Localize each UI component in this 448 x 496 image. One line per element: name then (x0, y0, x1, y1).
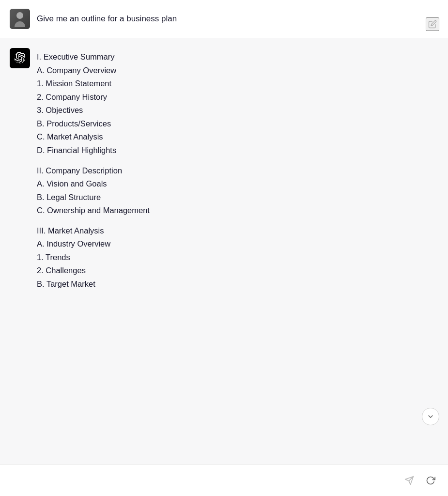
openai-logo-icon (14, 52, 26, 64)
outline-item: 3. Objectives (37, 104, 438, 117)
user-avatar (10, 9, 30, 29)
outline-item: B. Target Market (37, 278, 438, 291)
outline-spacer (37, 158, 438, 165)
send-icon (404, 476, 414, 485)
outline-item: II. Company Description (37, 165, 438, 177)
ai-response-section: I. Executive SummaryA. Company Overview1… (0, 38, 448, 464)
outline-item: 2. Challenges (37, 264, 438, 277)
outline-item: C. Market Analysis (37, 131, 438, 143)
outline-item: 1. Mission Statement (37, 78, 438, 90)
outline-item: 1. Trends (37, 251, 438, 264)
user-message-section: Give me an outline for a business plan (0, 0, 448, 38)
outline-item: D. Financial Highlights (37, 144, 438, 157)
ai-content: I. Executive SummaryA. Company Overview1… (37, 48, 438, 292)
edit-button[interactable] (426, 17, 439, 31)
send-button[interactable] (402, 473, 417, 488)
scroll-down-button[interactable] (422, 408, 439, 425)
outline-item: A. Industry Overview (37, 238, 438, 250)
outline-item: C. Ownership and Management (37, 204, 438, 217)
chat-input[interactable] (10, 476, 396, 484)
outline-item: III. Market Analysis (37, 225, 438, 237)
outline-spacer (37, 218, 438, 225)
outline-item: I. Executive Summary (37, 51, 438, 63)
ai-avatar (10, 48, 30, 68)
refresh-button[interactable] (423, 473, 438, 488)
edit-icon (428, 20, 437, 29)
outline-item: A. Vision and Goals (37, 178, 438, 190)
user-message-text: Give me an outline for a business plan (37, 9, 438, 25)
outline-item: 2. Company History (37, 91, 438, 104)
input-area (0, 464, 448, 496)
outline-item: B. Legal Structure (37, 191, 438, 204)
refresh-icon (426, 476, 435, 485)
scroll-down-icon (427, 413, 434, 420)
outline-item: B. Products/Services (37, 118, 438, 130)
outline-item: A. Company Overview (37, 64, 438, 77)
